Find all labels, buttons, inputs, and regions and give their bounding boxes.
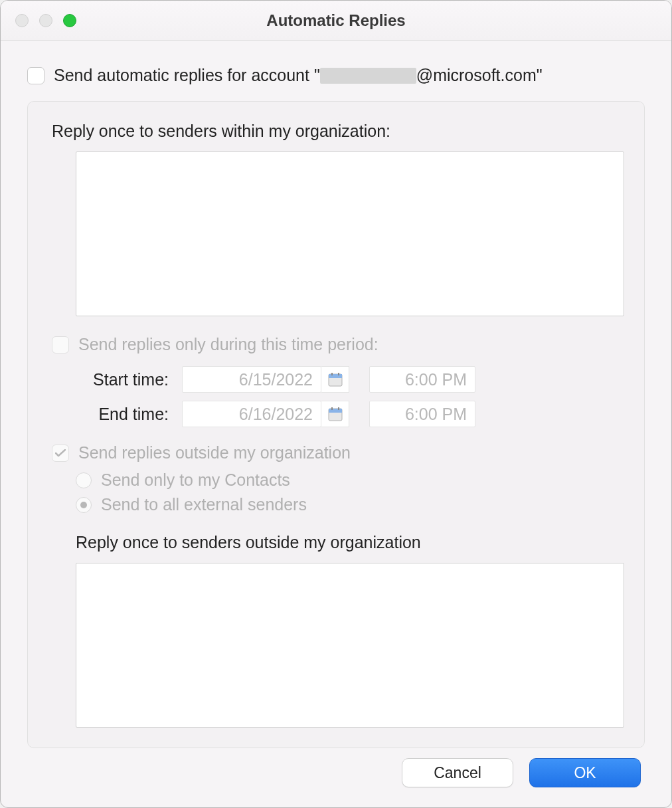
calendar-icon	[327, 371, 343, 387]
start-date-field[interactable]: 6/15/2022	[182, 366, 321, 393]
time-grid: Start time: 6/15/2022 6:00 PM End time: …	[76, 366, 624, 427]
send-auto-label-prefix: Send automatic replies for account "	[54, 66, 320, 84]
reply-outside-label: Reply once to senders outside my organiz…	[76, 533, 624, 552]
time-period-label: Send replies only during this time perio…	[78, 335, 378, 354]
start-date-picker-button[interactable]	[321, 366, 349, 393]
outside-row: Send replies outside my organization	[52, 443, 624, 462]
send-auto-label-suffix: "	[537, 66, 543, 84]
cancel-button[interactable]: Cancel	[402, 758, 513, 787]
radio-all-row: Send to all external senders	[76, 495, 624, 514]
external-reply-textarea[interactable]	[76, 563, 624, 728]
zoom-window-button[interactable]	[63, 14, 76, 27]
internal-reply-textarea[interactable]	[76, 152, 624, 316]
redacted-account-name	[320, 68, 416, 84]
content-area: Send automatic replies for account "@mic…	[1, 41, 671, 761]
radio-all-label: Send to all external senders	[101, 495, 307, 514]
outside-checkbox[interactable]	[52, 445, 69, 462]
start-time-label: Start time:	[76, 370, 182, 389]
svg-rect-1	[329, 374, 342, 378]
calendar-icon	[327, 406, 343, 422]
close-window-button[interactable]	[15, 14, 29, 27]
svg-rect-7	[338, 407, 339, 410]
start-time-field[interactable]: 6:00 PM	[369, 366, 475, 393]
send-auto-row: Send automatic replies for account "@mic…	[27, 66, 645, 85]
time-period-row: Send replies only during this time perio…	[52, 335, 624, 354]
outside-radio-group: Send only to my Contacts Send to all ext…	[76, 470, 624, 514]
time-period-checkbox[interactable]	[52, 336, 69, 354]
svg-rect-5	[329, 409, 342, 413]
title-bar: Automatic Replies	[1, 1, 671, 41]
account-domain: @microsoft.com	[416, 66, 537, 84]
radio-contacts-label: Send only to my Contacts	[101, 470, 290, 490]
dialog-window: Automatic Replies Send automatic replies…	[0, 0, 672, 808]
traffic-lights	[15, 14, 76, 27]
end-time-label: End time:	[76, 405, 182, 424]
radio-contacts-row: Send only to my Contacts	[76, 470, 624, 490]
svg-rect-2	[331, 373, 333, 375]
ok-button[interactable]: OK	[529, 758, 641, 787]
end-date-picker-button[interactable]	[321, 401, 349, 427]
svg-rect-3	[338, 373, 339, 375]
send-auto-checkbox[interactable]	[27, 67, 44, 84]
reply-within-label: Reply once to senders within my organiza…	[52, 122, 624, 141]
send-auto-label: Send automatic replies for account "@mic…	[54, 66, 543, 85]
end-date-field[interactable]: 6/16/2022	[182, 401, 321, 427]
radio-contacts[interactable]	[76, 472, 92, 488]
settings-panel: Reply once to senders within my organiza…	[27, 101, 645, 748]
footer-buttons: Cancel OK	[402, 758, 641, 787]
outside-label: Send replies outside my organization	[78, 443, 351, 462]
radio-all-external[interactable]	[76, 497, 92, 513]
minimize-window-button[interactable]	[39, 14, 52, 27]
window-title: Automatic Replies	[1, 11, 671, 30]
end-time-field[interactable]: 6:00 PM	[369, 401, 475, 427]
svg-rect-6	[331, 407, 333, 410]
